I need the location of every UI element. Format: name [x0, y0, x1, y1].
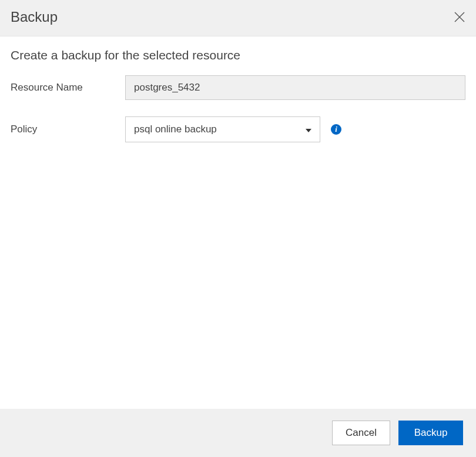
- policy-label: Policy: [11, 124, 125, 135]
- policy-row: Policy psql online backup i: [11, 116, 465, 142]
- policy-select[interactable]: psql online backup: [125, 116, 320, 142]
- cancel-button[interactable]: Cancel: [332, 421, 390, 445]
- dialog-title: Backup: [11, 9, 58, 25]
- dialog-subtitle: Create a backup for the selected resourc…: [11, 48, 465, 62]
- dialog-header: Backup: [0, 0, 476, 36]
- chevron-down-icon: [306, 124, 311, 135]
- dialog-content: Create a backup for the selected resourc…: [0, 36, 476, 409]
- resource-name-row: Resource Name postgres_5432: [11, 75, 465, 100]
- resource-name-field: postgres_5432: [125, 75, 465, 100]
- dialog-footer: Cancel Backup: [0, 409, 476, 457]
- svg-marker-2: [306, 129, 311, 132]
- resource-name-value: postgres_5432: [134, 82, 200, 94]
- info-icon[interactable]: i: [331, 124, 341, 135]
- close-icon[interactable]: [454, 11, 465, 23]
- backup-button[interactable]: Backup: [398, 421, 463, 445]
- policy-select-wrapper: psql online backup i: [125, 116, 341, 142]
- resource-name-label: Resource Name: [11, 82, 125, 94]
- policy-selected-value: psql online backup: [134, 124, 217, 135]
